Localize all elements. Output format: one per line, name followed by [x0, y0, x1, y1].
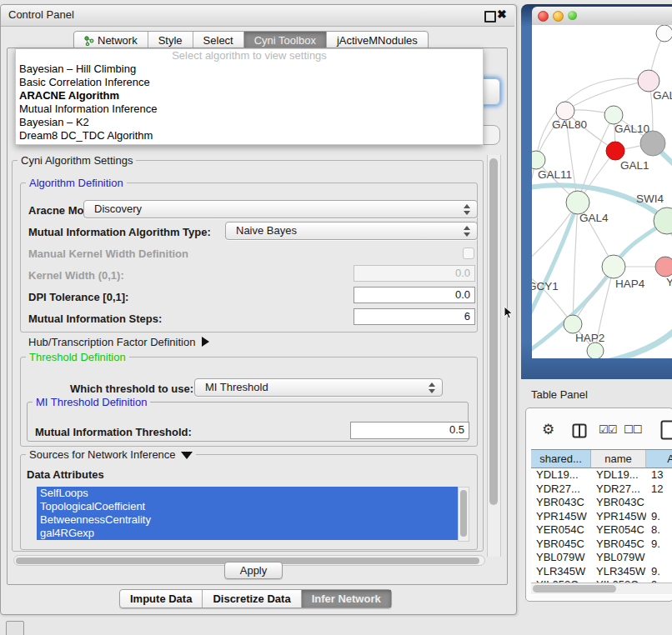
node-gal4[interactable] [566, 191, 589, 214]
cell[interactable]: 12 [646, 482, 672, 497]
node-gal80[interactable] [556, 102, 574, 120]
node-unlabeled-top[interactable] [656, 25, 672, 42]
cell[interactable]: YLR345W [591, 565, 646, 579]
table-row[interactable]: YDL19...YDL19...13 [531, 468, 672, 482]
minimize-traffic-light-icon[interactable] [553, 11, 564, 22]
cell[interactable]: YDR27... [531, 482, 591, 497]
cell[interactable]: 9. [646, 565, 672, 579]
table-row[interactable]: YER054CYER054C8. [531, 523, 672, 538]
settings-vertical-scrollbar[interactable] [487, 155, 501, 557]
column-chooser-icon[interactable] [572, 423, 587, 438]
table-row[interactable]: YBR045CYBR045C9. [531, 538, 672, 552]
cell[interactable]: YER054C [531, 523, 591, 538]
tab-cyni-toolbox[interactable]: Cyni Toolbox [244, 32, 327, 49]
cell[interactable]: YBL079W [591, 551, 646, 565]
node-label-hap4: HAP4 [615, 278, 645, 290]
aracne-mode-combobox[interactable]: Discovery [83, 200, 478, 218]
table-row[interactable]: YDR27...YDR27...12 [531, 482, 672, 497]
column-header-shared[interactable]: shared... [531, 450, 591, 468]
apply-button[interactable]: Apply [224, 562, 283, 579]
node-bottom[interactable] [587, 342, 604, 358]
tab-infer-network[interactable]: Infer Network [302, 590, 391, 608]
expanded-arrow-icon[interactable] [181, 452, 193, 459]
table-row[interactable]: YBR043CYBR043C [531, 496, 672, 510]
cell[interactable]: YBR045C [531, 538, 591, 552]
node-gal10[interactable] [604, 106, 623, 124]
tab-style[interactable]: Style [148, 32, 193, 49]
cell[interactable]: YER054C [591, 523, 646, 538]
node-label-hap2: HAP2 [575, 332, 604, 344]
list-item[interactable]: BetweennessCentrality [37, 513, 458, 527]
table-horizontal-scrollbar[interactable] [531, 582, 672, 594]
cell[interactable]: 8. [646, 523, 672, 538]
cell[interactable]: YDL19... [591, 468, 646, 482]
dropdown-item[interactable]: Dream8 DC_TDC Algorithm [16, 129, 483, 142]
list-vertical-scrollbar[interactable] [458, 487, 469, 542]
list-item[interactable]: gal4RGexp [37, 527, 458, 540]
cell[interactable]: YDL19... [531, 468, 591, 482]
cell[interactable]: YBL079W [531, 551, 591, 565]
node-label-gal4: GAL4 [579, 212, 609, 224]
dropdown-item[interactable]: Bayesian – Hill Climbing [16, 62, 483, 76]
dropdown-item[interactable]: Bayesian – K2 [16, 116, 483, 129]
manual-kernel-width-checkbox[interactable] [463, 248, 474, 259]
deselect-all-icon[interactable]: ☐☐ [624, 423, 641, 436]
cell[interactable]: YBR043C [531, 496, 591, 510]
dropdown-item[interactable]: Mutual Information Inference [16, 102, 483, 116]
toolbar-cut-icon[interactable] [660, 420, 672, 440]
cell[interactable]: 9. [646, 510, 672, 524]
node-hap2[interactable] [564, 315, 582, 333]
node-salmon[interactable] [655, 257, 672, 277]
table-row[interactable]: YLR345WYLR345W9. [531, 565, 672, 579]
kernel-width-field[interactable]: 0.0 [354, 265, 475, 282]
node-gal1-red[interactable] [606, 142, 624, 160]
cell[interactable]: YPR145W [531, 510, 591, 524]
which-threshold-combobox[interactable]: MI Threshold [194, 378, 443, 397]
mi-threshold-field[interactable]: 0.5 [350, 422, 469, 439]
data-attributes-list[interactable]: SelfLoops TopologicalCoefficient Between… [37, 487, 458, 540]
table-row[interactable]: YPR145WYPR145W9. [531, 510, 672, 524]
column-header-name[interactable]: name [591, 450, 646, 468]
network-canvas[interactable]: GAL80 GAL10 GAL1 GAL11 GAL SWI4 GAL4 GCY… [532, 25, 672, 358]
tab-jactivemnodules[interactable]: jActiveMNodules [327, 32, 428, 49]
cell[interactable]: 9. [646, 538, 672, 552]
bottom-left-cut-icon[interactable] [6, 621, 24, 635]
table-settings-gear-icon[interactable]: ⚙ [542, 422, 554, 438]
aracne-mode-value: Discovery [94, 202, 142, 215]
select-all-icon[interactable]: ☑☑ [599, 423, 616, 436]
table-hscrollbar-thumb[interactable] [533, 585, 616, 592]
mi-algorithm-type-combobox[interactable]: Naive Bayes [225, 222, 478, 240]
node-hap4[interactable] [602, 255, 625, 278]
list-item[interactable]: SelfLoops [37, 487, 458, 500]
hub-definition-section[interactable]: Hub/Transcription Factor Definition [28, 336, 209, 348]
float-window-icon[interactable] [484, 11, 496, 22]
collapsed-arrow-icon[interactable] [202, 337, 209, 347]
tab-network-label: Network [98, 32, 138, 49]
cell[interactable]: YPR145W [591, 510, 646, 524]
cell[interactable]: 13 [646, 468, 672, 482]
cell[interactable]: YBR043C [591, 496, 646, 510]
zoom-traffic-light-icon[interactable] [568, 11, 577, 20]
column-header-cut[interactable]: A [646, 450, 672, 468]
dpi-tolerance-field[interactable]: 0.0 [354, 287, 475, 303]
list-scrollbar-thumb[interactable] [460, 490, 467, 537]
close-traffic-light-icon[interactable] [538, 11, 549, 22]
list-item[interactable]: TopologicalCoefficient [37, 500, 458, 513]
cell[interactable]: YLR345W [531, 565, 591, 579]
tab-network[interactable]: Network [74, 32, 148, 49]
bottom-tabbar: Impute Data Discretize Data Infer Networ… [119, 589, 392, 608]
cell[interactable]: YBR045C [591, 538, 646, 552]
mi-steps-field[interactable]: 6 [354, 308, 475, 325]
tab-impute-data[interactable]: Impute Data [120, 590, 203, 608]
settings-vscrollbar-thumb[interactable] [489, 158, 498, 505]
tab-select[interactable]: Select [193, 32, 244, 49]
node-gal11[interactable] [532, 151, 545, 169]
kernel-width-label: Kernel Width (0,1): [28, 269, 124, 282]
dropdown-item-aracne[interactable]: ARACNE Algorithm [16, 89, 483, 102]
table-row[interactable]: YBL079WYBL079W [531, 551, 672, 565]
close-icon[interactable]: ✖ [497, 8, 507, 21]
node-label-y-cut: Y [666, 276, 672, 288]
cell[interactable]: YDR27... [591, 482, 646, 497]
tab-discretize-data[interactable]: Discretize Data [203, 590, 301, 608]
dropdown-item[interactable]: Basic Correlation Inference [16, 76, 483, 89]
